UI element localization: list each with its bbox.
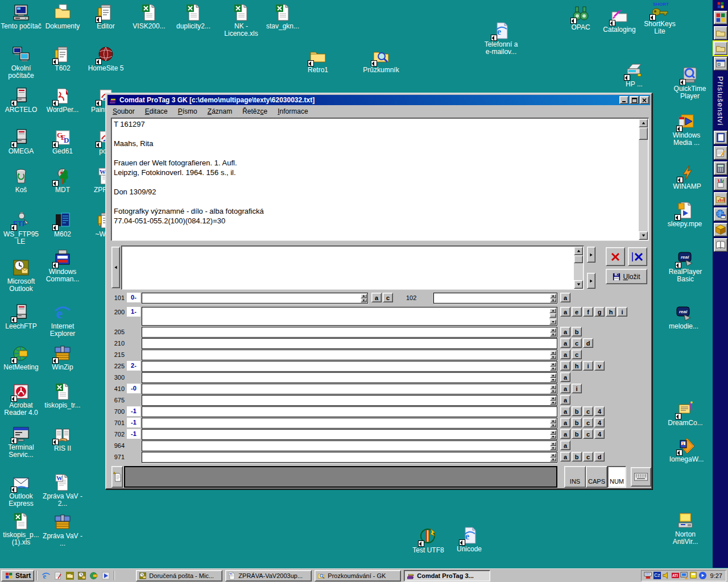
tray-ati-icon[interactable]: ATI <box>671 571 680 580</box>
subfield-675-a-button[interactable]: a <box>560 395 570 405</box>
subfield-210-c-button[interactable]: c <box>572 338 582 348</box>
accessories-book-button[interactable] <box>714 238 727 252</box>
field-spinner[interactable] <box>550 351 556 359</box>
subfield-102-a-button[interactable]: a <box>560 293 570 302</box>
subfield-701-b-button[interactable]: b <box>572 418 582 427</box>
field-spinner[interactable] <box>550 442 556 450</box>
field-input[interactable] <box>433 293 557 304</box>
desktop-icon-terminal-servic[interactable]: Terminal Servic... <box>1 425 42 459</box>
subfield-964-a-button[interactable]: a <box>560 440 570 450</box>
field-input[interactable] <box>142 307 557 326</box>
desktop-icon-hp[interactable]: HP ... <box>614 61 655 88</box>
accessories-calculator-button[interactable] <box>714 161 727 175</box>
field-spinner[interactable] <box>361 294 367 302</box>
field-input[interactable] <box>142 384 557 394</box>
subfield-210-d-button[interactable]: d <box>583 338 593 348</box>
desktop-icon-test-utf8[interactable]: Test UTF8 <box>408 527 449 554</box>
field-spinner[interactable] <box>550 396 556 405</box>
quicklaunch-netmeeting-icon[interactable] <box>88 570 100 581</box>
field-occurrence[interactable]: 1- <box>127 307 140 317</box>
quicklaunch-notes-pen-icon[interactable] <box>52 570 64 581</box>
subfield-701-a-button[interactable]: a <box>560 418 570 427</box>
desktop-icon-editor[interactable]: Editor <box>85 3 126 30</box>
quicklaunch-search-folder-icon[interactable] <box>64 570 76 581</box>
desktop-icon-ged61[interactable]: GEDGed61 <box>42 128 83 155</box>
toggle-num[interactable]: NUM <box>607 466 626 488</box>
accessories-office-logo-button[interactable] <box>714 11 727 24</box>
subfield-702-b-button[interactable]: b <box>572 429 582 439</box>
subfield-971-b-button[interactable]: b <box>572 452 582 462</box>
subfield-200-f-button[interactable]: f <box>583 307 593 317</box>
field-spinner[interactable] <box>550 362 556 371</box>
subfield-200-i-button[interactable]: i <box>617 307 627 317</box>
field-occurrence[interactable]: -0 <box>127 384 140 393</box>
field-occurrence[interactable]: 0- <box>127 293 140 302</box>
desktop-icon-quicktime-player[interactable]: QuickTime Player <box>669 66 710 100</box>
subfield-700-a-button[interactable]: a <box>560 406 570 416</box>
field-occurrence[interactable]: 2- <box>127 361 140 371</box>
desktop-icon-omega[interactable]: OMEGA <box>1 128 42 155</box>
subfield-225-a-button[interactable]: a <box>560 361 570 371</box>
subfield-101-c-button[interactable]: c <box>383 293 393 302</box>
new-record-button[interactable] <box>111 466 123 488</box>
subfield-971-c-button[interactable]: c <box>583 452 593 462</box>
accessories-folder-button[interactable] <box>714 26 727 40</box>
field-occurrence[interactable]: -1 <box>127 418 140 427</box>
subfield-200-h-button[interactable]: h <box>606 307 616 317</box>
desktop-icon-t602[interactable]: T602 <box>42 45 83 72</box>
desktop-icon-windows-comman[interactable]: Windows Comman... <box>42 249 83 283</box>
subfield-210-a-button[interactable]: a <box>560 338 570 348</box>
desktop-icon-zpr-va-vav[interactable]: Zpráva VaV - ... <box>42 513 83 547</box>
desktop-icon-dreamco[interactable]: DreamCo... <box>665 400 706 427</box>
desktop-icon-winamp[interactable]: WINAMP <box>667 164 708 190</box>
field-input[interactable] <box>142 293 368 304</box>
accessories-window-button[interactable] <box>714 57 727 70</box>
field-input[interactable] <box>142 338 557 349</box>
desktop-icon-stav-gkn[interactable]: stav_gkn... <box>262 3 303 30</box>
field-spinner[interactable] <box>550 385 556 393</box>
field-spinner[interactable] <box>550 453 556 462</box>
field-input[interactable] <box>142 372 557 383</box>
desktop-icon-cataloging[interactable]: Cataloging <box>599 7 640 34</box>
subfield-200-a-button[interactable]: a <box>560 307 570 317</box>
quicklaunch-ie-icon[interactable]: e <box>40 570 52 581</box>
subfield-300-a-button[interactable]: a <box>560 372 570 382</box>
desktop-icon-visk200[interactable]: VISK200... <box>129 3 169 30</box>
subfield-700-c-button[interactable]: c <box>583 406 593 416</box>
accessories-folder-chart-button[interactable] <box>714 192 727 206</box>
toggle-caps[interactable]: CAPS <box>586 466 607 488</box>
desktop-icon-iomegaw[interactable]: 1IomegaW... <box>666 436 707 463</box>
accessories-globe-window-button[interactable] <box>714 207 727 221</box>
subfield-205-a-button[interactable]: a <box>560 327 570 336</box>
subfield-410-a-button[interactable]: a <box>560 384 570 393</box>
accessories-notes-button[interactable] <box>714 146 727 160</box>
desktop-icon-duplicity2[interactable]: duplicity2... <box>173 3 214 30</box>
desktop-icon-okoln-po-ta-e[interactable]: Okolní počítače <box>1 45 42 80</box>
field-input[interactable] <box>142 440 557 451</box>
desktop-icon-retro1[interactable]: Retro1 <box>297 47 338 74</box>
subfield-215-c-button[interactable]: c <box>572 350 582 359</box>
subfield-200-g-button[interactable]: g <box>594 307 605 317</box>
field-scrollbar[interactable] <box>549 308 556 325</box>
desktop-icon-mdt[interactable]: MDT <box>42 167 83 194</box>
subfield-225-i-button[interactable]: i <box>583 361 593 371</box>
desktop-icon-tiskopis-tr[interactable]: tiskopis_tr... <box>42 383 83 409</box>
field-input[interactable] <box>142 395 557 406</box>
desktop-icon-telefonn-a-e-mailov[interactable]: eTelefonní a e-mailov... <box>481 22 522 56</box>
task-comdat-protag-3[interactable]: Comdat ProTag 3... <box>404 570 490 581</box>
tray-quicktime-icon[interactable] <box>698 571 707 580</box>
field-spinner[interactable] <box>550 430 556 439</box>
desktop-icon-dokumenty[interactable]: Dokumenty <box>42 3 83 30</box>
tray-cz-layout-icon[interactable]: Cz <box>653 571 661 580</box>
desktop-icon-wordper[interactable]: WordPer... <box>42 87 83 114</box>
desktop-icon-windows-media[interactable]: Windows Media ... <box>666 113 707 147</box>
field-occurrence[interactable]: -1 <box>127 429 140 439</box>
subfield-200-e-button[interactable]: e <box>572 307 582 317</box>
task-doru-en-po-ta-mic[interactable]: Doručená pošta - Mic... <box>136 570 222 581</box>
desktop-icon-acrobat-reader-4-0[interactable]: Acrobat Reader 4.0 <box>1 383 42 417</box>
subfield-225-v-button[interactable]: v <box>594 361 605 371</box>
desktop-icon-realplayer-basic[interactable]: realRealPlayer Basic <box>665 249 706 283</box>
desktop-icon-ris-ii[interactable]: RIS II <box>42 426 83 452</box>
start-button[interactable]: Start <box>1 570 34 581</box>
desktop-icon-leechftp[interactable]: LeechFTP <box>1 304 42 330</box>
